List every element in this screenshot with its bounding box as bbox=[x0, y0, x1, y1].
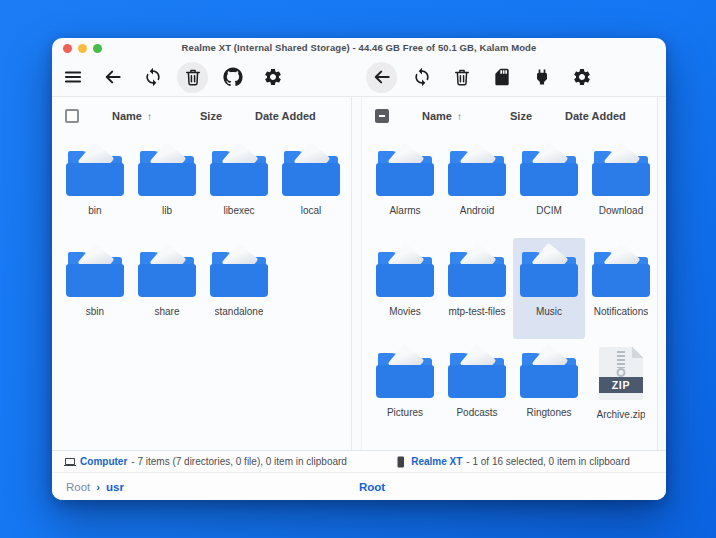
folder-icon bbox=[376, 251, 434, 297]
settings-button-device[interactable] bbox=[566, 62, 597, 93]
folder-front bbox=[210, 264, 268, 297]
zipper-pull bbox=[617, 368, 626, 377]
file-item-lib[interactable]: lib bbox=[131, 137, 203, 238]
usb-plug-icon bbox=[532, 67, 552, 87]
device-pane: Name ↑ Size Date Added AlarmsAndroidDCIM… bbox=[361, 97, 658, 450]
breadcrumb-current[interactable]: usr bbox=[106, 481, 124, 493]
file-item-DCIM[interactable]: DCIM bbox=[513, 137, 585, 238]
device-status: Realme XT - 1 of 16 selected, 0 item in … bbox=[359, 456, 666, 468]
folder-icon bbox=[210, 150, 268, 196]
file-item-label: mtp-test-files bbox=[448, 306, 505, 317]
gear-icon bbox=[572, 67, 592, 87]
computer-icon bbox=[64, 456, 76, 468]
folder-front bbox=[448, 365, 506, 398]
file-item-Download[interactable]: Download bbox=[585, 137, 657, 238]
status-bar: Computer - 7 items (7 directories, 0 fil… bbox=[52, 450, 666, 472]
file-panes: Name ↑ Size Date Added binliblibexecloca… bbox=[52, 96, 666, 450]
column-header-date-added[interactable]: Date Added bbox=[565, 110, 626, 122]
window-title: Realme XT (Internal Shared Storage) - 44… bbox=[52, 42, 666, 53]
back-button-local[interactable] bbox=[97, 62, 128, 93]
folder-icon bbox=[66, 251, 124, 297]
breadcrumb-bar: Root › usr Root bbox=[52, 472, 666, 500]
folder-front bbox=[592, 264, 650, 297]
select-all-checkbox-device[interactable] bbox=[375, 109, 389, 123]
local-device-link[interactable]: Computer bbox=[80, 456, 127, 467]
file-manager-window: Realme XT (Internal Shared Storage) - 44… bbox=[52, 38, 666, 500]
column-header-date-added[interactable]: Date Added bbox=[255, 110, 316, 122]
file-item-label: Pictures bbox=[387, 407, 423, 418]
folder-icon bbox=[520, 251, 578, 297]
column-header-name[interactable]: Name ↑ bbox=[422, 110, 462, 122]
refresh-icon bbox=[412, 67, 432, 87]
settings-button-local[interactable] bbox=[257, 62, 288, 93]
zipper-teeth bbox=[617, 351, 625, 368]
file-item-Ringtones[interactable]: Ringtones bbox=[513, 339, 585, 440]
delete-button-device[interactable] bbox=[446, 62, 477, 93]
file-item-Notifications[interactable]: Notifications bbox=[585, 238, 657, 339]
file-item-Movies[interactable]: Movies bbox=[369, 238, 441, 339]
file-item-bin[interactable]: bin bbox=[59, 137, 131, 238]
file-item-label: sbin bbox=[86, 306, 104, 317]
folder-icon bbox=[376, 352, 434, 398]
breadcrumb-root[interactable]: Root bbox=[66, 481, 90, 493]
folder-icon bbox=[376, 150, 434, 196]
folder-front bbox=[448, 163, 506, 196]
refresh-button-device[interactable] bbox=[406, 62, 437, 93]
folder-icon bbox=[592, 150, 650, 196]
column-header-size[interactable]: Size bbox=[200, 110, 222, 122]
file-item-label: Notifications bbox=[594, 306, 648, 317]
device-file-grid: AlarmsAndroidDCIMDownloadMoviesmtp-test-… bbox=[362, 134, 657, 450]
folder-front bbox=[592, 163, 650, 196]
file-item-mtp-test-files[interactable]: mtp-test-files bbox=[441, 238, 513, 339]
menu-button[interactable] bbox=[57, 62, 88, 93]
folder-icon bbox=[138, 251, 196, 297]
disconnect-button[interactable] bbox=[526, 62, 557, 93]
github-button[interactable] bbox=[217, 62, 248, 93]
smartphone-icon bbox=[395, 456, 407, 468]
file-item-standalone[interactable]: standalone bbox=[203, 238, 275, 339]
file-item-local[interactable]: local bbox=[275, 137, 347, 238]
breadcrumb-root[interactable]: Root bbox=[359, 481, 385, 493]
folder-front bbox=[520, 264, 578, 297]
local-file-grid: binliblibexeclocalsbinsharestandalone bbox=[52, 134, 351, 450]
back-arrow-icon bbox=[103, 67, 123, 87]
device-link[interactable]: Realme XT bbox=[411, 456, 462, 467]
delete-button-local[interactable] bbox=[177, 62, 208, 93]
file-item-share[interactable]: share bbox=[131, 238, 203, 339]
file-item-label: local bbox=[301, 205, 322, 216]
hamburger-icon bbox=[63, 67, 83, 87]
device-pane-header: Name ↑ Size Date Added bbox=[362, 97, 657, 134]
column-header-size[interactable]: Size bbox=[510, 110, 532, 122]
refresh-button-local[interactable] bbox=[137, 62, 168, 93]
file-item-sbin[interactable]: sbin bbox=[59, 238, 131, 339]
folder-icon bbox=[448, 352, 506, 398]
file-item-label: Archive.zip bbox=[597, 409, 646, 420]
folder-front bbox=[376, 264, 434, 297]
file-item-label: share bbox=[154, 306, 179, 317]
local-status: Computer - 7 items (7 directories, 0 fil… bbox=[52, 456, 359, 468]
back-button-device[interactable] bbox=[366, 62, 397, 93]
storage-button[interactable] bbox=[486, 62, 517, 93]
device-status-text: - 1 of 16 selected, 0 item in clipboard bbox=[466, 456, 629, 467]
folder-icon bbox=[138, 150, 196, 196]
pane-divider[interactable] bbox=[352, 97, 361, 450]
folder-front bbox=[66, 264, 124, 297]
file-item-libexec[interactable]: libexec bbox=[203, 137, 275, 238]
file-item-Podcasts[interactable]: Podcasts bbox=[441, 339, 513, 440]
file-item-Archive.zip[interactable]: ZIPArchive.zip bbox=[585, 339, 657, 440]
file-item-label: Android bbox=[460, 205, 494, 216]
folder-icon bbox=[520, 150, 578, 196]
file-item-Pictures[interactable]: Pictures bbox=[369, 339, 441, 440]
file-item-Alarms[interactable]: Alarms bbox=[369, 137, 441, 238]
file-item-label: lib bbox=[162, 205, 172, 216]
file-item-label: Movies bbox=[389, 306, 421, 317]
folder-front bbox=[376, 365, 434, 398]
column-header-name[interactable]: Name ↑ bbox=[112, 110, 152, 122]
file-item-Android[interactable]: Android bbox=[441, 137, 513, 238]
gear-icon bbox=[263, 67, 283, 87]
folder-front bbox=[376, 163, 434, 196]
folder-front bbox=[210, 163, 268, 196]
select-all-checkbox-local[interactable] bbox=[65, 109, 79, 123]
folder-icon bbox=[282, 150, 340, 196]
file-item-Music[interactable]: Music bbox=[513, 238, 585, 339]
